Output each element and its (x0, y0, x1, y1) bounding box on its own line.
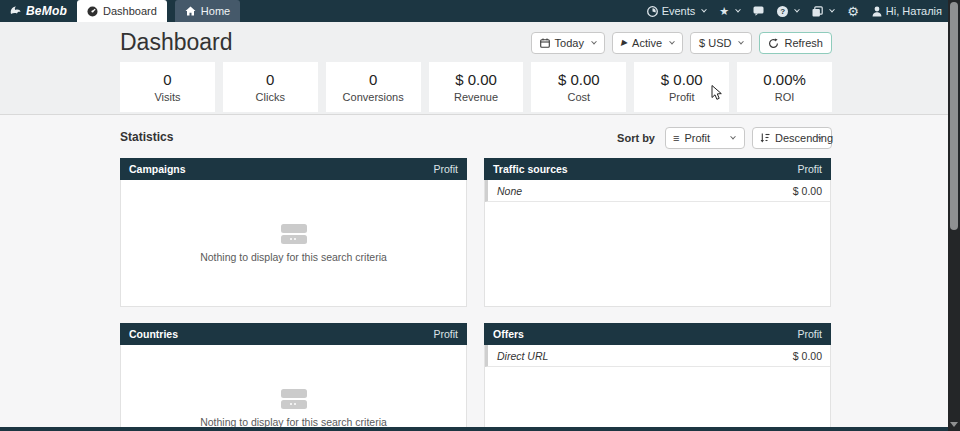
panel-metric-label: Profit (797, 328, 822, 340)
user-icon (872, 6, 882, 17)
events-icon (647, 6, 658, 17)
events-label: Events (662, 5, 696, 17)
stat-value: 0.00% (763, 71, 806, 88)
panel-body: Nothing to display for this search crite… (120, 345, 467, 431)
refresh-button[interactable]: Refresh (759, 32, 832, 54)
chat-button[interactable] (753, 6, 764, 16)
sort-field-dropdown[interactable]: ≡ Profit (665, 127, 745, 149)
refresh-icon (768, 38, 779, 49)
empty-state: Nothing to display for this search crite… (121, 345, 466, 431)
currency-button[interactable]: $ USD (690, 32, 752, 54)
row-name: Direct URL (497, 350, 548, 362)
panel-header: Campaigns Profit (120, 158, 467, 180)
chevron-down-icon (735, 7, 741, 13)
help-menu[interactable]: ? (777, 6, 799, 17)
panel-metric-label: Profit (433, 163, 458, 175)
brand-logo[interactable]: BeMob (0, 0, 77, 22)
stat-card-roi: 0.00% ROI (737, 62, 832, 112)
stat-card-conversions: 0 Conversions (326, 62, 421, 112)
stat-label: ROI (775, 91, 795, 103)
dashboard-icon (87, 6, 98, 17)
favorites-menu[interactable]: ★ (719, 6, 740, 17)
sort-order-dropdown[interactable]: Descending (752, 127, 832, 149)
stat-value: 0 (266, 71, 274, 88)
stat-label: Profit (669, 91, 695, 103)
panel-offers: Offers Profit Direct URL $ 0.00 (484, 323, 831, 431)
stat-value: $ 0.00 (455, 71, 497, 88)
currency-label: $ USD (699, 37, 731, 49)
refresh-label: Refresh (784, 37, 823, 49)
stat-card-revenue: $ 0.00 Revenue (429, 62, 524, 112)
home-icon (185, 6, 196, 16)
table-row[interactable]: None $ 0.00 (485, 180, 830, 202)
tab-dashboard[interactable]: Dashboard (77, 0, 167, 22)
stat-value: 0 (163, 71, 171, 88)
panel-title: Offers (493, 328, 524, 340)
sort-order-value: Descending (775, 132, 833, 144)
panel-title: Countries (129, 328, 178, 340)
chat-icon (753, 6, 764, 16)
panel-traffic-sources: Traffic sources Profit None $ 0.00 (484, 158, 831, 307)
brand-name: BeMob (26, 4, 67, 18)
user-greeting: Hi, Наталія (886, 5, 942, 17)
row-name: None (497, 185, 522, 197)
panel-countries: Countries Profit Nothing to display for … (120, 323, 467, 431)
vertical-scrollbar[interactable] (948, 0, 960, 431)
tab-home[interactable]: Home (175, 0, 240, 22)
sort-descending-icon (760, 133, 770, 143)
top-navbar: BeMob Dashboard Home Eve (0, 0, 960, 22)
stat-value: $ 0.00 (661, 71, 703, 88)
stat-label: Clicks (256, 91, 285, 103)
settings-button[interactable]: ⚙ (847, 5, 859, 18)
stat-card-visits: 0 Visits (120, 62, 215, 112)
navbar-right-cluster: Events ★ ? (647, 0, 942, 22)
table-row[interactable]: Direct URL $ 0.00 (485, 345, 830, 367)
sort-field-value: Profit (684, 132, 710, 144)
user-menu[interactable]: Hi, Наталія (872, 5, 942, 17)
scrollbar-down-arrow[interactable] (950, 422, 958, 427)
panels-grid: Campaigns Profit Nothing to display for … (120, 158, 831, 431)
layers-icon (812, 6, 823, 17)
panel-campaigns: Campaigns Profit Nothing to display for … (120, 158, 467, 307)
header-controls: Today ▶ Active $ USD Refresh (531, 32, 832, 54)
status-filter-button[interactable]: ▶ Active (612, 32, 683, 54)
chevron-down-icon (829, 7, 835, 13)
chevron-down-icon (701, 7, 707, 13)
help-icon: ? (777, 6, 788, 17)
play-icon: ▶ (621, 39, 627, 47)
dashboard-header: Dashboard Today ▶ Active $ USD (0, 22, 948, 115)
date-range-button[interactable]: Today (531, 32, 605, 54)
scrollbar-thumb[interactable] (950, 2, 958, 230)
page-title: Dashboard (120, 29, 233, 56)
stat-card-profit: $ 0.00 Profit (634, 62, 729, 112)
date-range-label: Today (555, 37, 584, 49)
chevron-down-icon (669, 39, 675, 45)
stat-label: Cost (568, 91, 591, 103)
chevron-down-icon (739, 39, 745, 45)
pages-menu[interactable] (812, 6, 834, 17)
chevron-down-icon (730, 134, 736, 140)
statistics-title: Statistics (120, 130, 173, 144)
stat-label: Visits (154, 91, 180, 103)
chevron-down-icon (794, 7, 800, 13)
panel-metric-label: Profit (433, 328, 458, 340)
events-menu[interactable]: Events (647, 5, 707, 17)
calendar-icon (540, 38, 550, 48)
empty-state-text: Nothing to display for this search crite… (200, 416, 387, 428)
bemob-logo-icon (9, 5, 22, 18)
status-filter-label: Active (632, 37, 662, 49)
panel-header: Offers Profit (484, 323, 831, 345)
tab-dashboard-label: Dashboard (103, 5, 157, 17)
sort-by-label: Sort by (617, 132, 655, 144)
star-icon: ★ (719, 6, 729, 17)
stats-summary-row: 0 Visits 0 Clicks 0 Conversions $ 0.00 R… (120, 62, 832, 112)
panel-title: Campaigns (129, 163, 186, 175)
chevron-down-icon (591, 39, 597, 45)
empty-database-icon (281, 224, 307, 244)
statistics-section: Statistics Sort by ≡ Profit Descending (0, 116, 948, 431)
empty-state: Nothing to display for this search crite… (121, 180, 466, 306)
sort-controls: Sort by ≡ Profit Descending (617, 127, 832, 149)
row-value: $ 0.00 (793, 185, 822, 197)
panel-body: Nothing to display for this search crite… (120, 180, 467, 307)
panel-header: Traffic sources Profit (484, 158, 831, 180)
